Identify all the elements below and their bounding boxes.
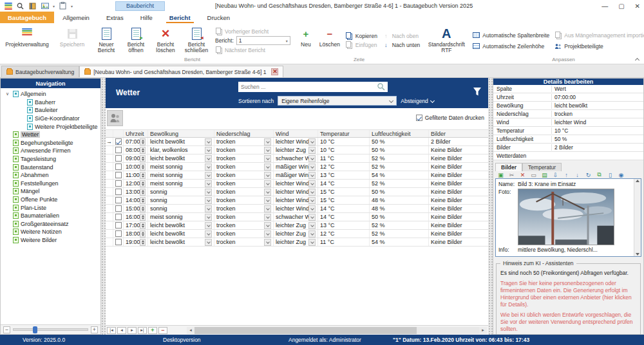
bericht-nummer-combo[interactable]: 1▾ — [236, 36, 290, 45]
dropdown-button[interactable] — [205, 155, 212, 162]
spin-up-icon[interactable] — [142, 207, 144, 209]
dropdown-button[interactable] — [205, 214, 212, 221]
dropdown-button[interactable] — [308, 239, 316, 246]
spin-down-icon[interactable] — [142, 234, 144, 236]
dropdown-button[interactable] — [308, 163, 316, 171]
table-row[interactable]: 15:00sonnigtrockenleichter Wind14 °C48 %… — [106, 205, 488, 213]
nav-item-anwesende-firmen[interactable]: Anwesende Firmen — [1, 147, 100, 155]
kopieren-button[interactable]: Kopieren — [346, 33, 377, 40]
dropdown-button[interactable] — [264, 147, 271, 154]
dropdown-button[interactable] — [205, 189, 212, 196]
table-row[interactable]: 09:00leicht bewölkttrockenschwacher Wi..… — [106, 154, 488, 163]
app-menu-button[interactable]: Bautagebuch — [0, 12, 54, 23]
wind-cell[interactable]: leichter Wind — [274, 205, 318, 212]
splitter-left[interactable] — [101, 78, 106, 335]
temperatur-cell[interactable]: 14 °C — [318, 213, 370, 221]
temperatur-cell[interactable]: 13 °C — [318, 221, 370, 229]
tab-drucken[interactable]: Drucken — [199, 12, 238, 23]
time-spinner[interactable] — [140, 239, 146, 246]
spin-up-icon[interactable] — [142, 140, 144, 142]
tab-hilfe[interactable]: Hilfe — [132, 12, 161, 23]
projektbeteiligte-button[interactable]: Projektbeteiligte — [554, 42, 644, 50]
bilder-cell[interactable]: Keine Bilder — [429, 188, 488, 196]
ki-warning-text[interactable]: Tragen Sie hier keine personenbezogenen … — [500, 280, 636, 308]
row-checkbox[interactable] — [113, 138, 124, 145]
spin-down-icon[interactable] — [142, 218, 144, 219]
nav-item-allgemein[interactable]: ∨Allgemein — [1, 90, 100, 98]
spin-up-icon[interactable] — [142, 223, 144, 225]
time-cell[interactable]: 13:00 — [124, 188, 148, 196]
time-spinner[interactable] — [140, 172, 146, 179]
new-page-icon[interactable]: ▯ — [607, 172, 614, 178]
row-checkbox[interactable] — [113, 180, 124, 187]
niederschlag-cell[interactable]: trocken — [214, 238, 274, 246]
bilder-cell[interactable]: Keine Bilder — [429, 171, 488, 179]
temperatur-cell[interactable]: 15 °C — [318, 196, 370, 204]
spin-up-icon[interactable] — [142, 198, 144, 200]
time-cell[interactable]: 19:00 — [124, 238, 148, 246]
dropdown-button[interactable] — [264, 197, 271, 204]
details-field-value[interactable]: 07:00:00 — [551, 94, 643, 100]
nav-item-plan-liste[interactable]: Plan-Liste — [1, 203, 100, 212]
luftfeuchtigkeit-cell[interactable]: 48 % — [370, 196, 429, 204]
bilder-cell[interactable]: Keine Bilder — [429, 196, 488, 204]
dropdown-button[interactable] — [264, 230, 271, 238]
temperatur-cell[interactable]: 14 °C — [318, 205, 370, 212]
zoom-slider-thumb[interactable] — [33, 326, 37, 333]
bilder-cell[interactable]: Keine Bilder — [429, 163, 488, 171]
bilder-cell[interactable]: Keine Bilder — [429, 238, 488, 246]
bewoelkung-cell[interactable]: leicht bewölkt — [148, 154, 214, 162]
bewoelkung-cell[interactable]: meist sonnig — [148, 163, 214, 171]
time-cell[interactable]: 08:00 — [124, 146, 148, 154]
niederschlag-cell[interactable]: trocken — [214, 180, 274, 187]
bewoelkung-cell[interactable]: meist sonnig — [148, 171, 214, 179]
luftfeuchtigkeit-cell[interactable]: 54 % — [370, 238, 429, 246]
aus-maengelmanagement-button[interactable]: Aus Mängelmanagement importieren — [554, 32, 644, 39]
time-spinner[interactable] — [140, 230, 146, 238]
dropdown-button[interactable] — [264, 155, 271, 162]
niederschlag-cell[interactable]: trocken — [214, 154, 274, 162]
project-list-icon[interactable] — [4, 2, 12, 10]
last-record-button[interactable]: ▸| — [138, 327, 147, 334]
dropdown-button[interactable] — [205, 163, 212, 171]
time-cell[interactable]: 12:00 — [124, 180, 148, 187]
wind-cell[interactable]: leichter Zug — [274, 238, 318, 246]
table-row[interactable]: 10:00meist sonnigtrockenmäßiger Wind12 °… — [106, 163, 488, 171]
spin-up-icon[interactable] — [142, 182, 144, 183]
doc-tab-project[interactable]: [Neubau Wohn- und Geschäftshaus Dresden,… — [79, 66, 283, 77]
bilder-cell[interactable]: Keine Bilder — [429, 154, 488, 162]
luftfeuchtigkeit-cell[interactable]: 50 % — [370, 213, 429, 221]
wind-cell[interactable]: leichter Wind — [274, 180, 318, 187]
bericht-loeschen-button[interactable]: ✕ Bericht löschen — [151, 24, 180, 57]
bilder-cell[interactable]: 2 Bilder — [429, 138, 488, 145]
dropdown-button[interactable] — [308, 205, 316, 212]
nav-item-tagesleistung[interactable]: Tagesleistung — [1, 155, 100, 163]
details-row[interactable]: Wetterdaten — [493, 152, 643, 160]
export-image-icon[interactable]: ▤ — [541, 172, 548, 178]
bewoelkung-cell[interactable]: meist sonnig — [148, 213, 214, 221]
standardschrift-button[interactable]: A Standardschrift RTF — [425, 24, 468, 57]
dropdown-button[interactable] — [264, 172, 271, 179]
scroll-right-icon[interactable]: ▸ — [479, 327, 487, 334]
spin-down-icon[interactable] — [142, 192, 144, 194]
spin-up-icon[interactable] — [142, 173, 144, 175]
bewoelkung-cell[interactable]: leicht bewölkt — [148, 230, 214, 238]
niederschlag-cell[interactable]: trocken — [214, 213, 274, 221]
wind-cell[interactable]: schwacher Wi... — [274, 154, 318, 162]
time-cell[interactable]: 15:00 — [124, 205, 148, 212]
column-header-luftfeuchtigkeit[interactable]: Luftfeuchtigkeit — [370, 130, 429, 137]
zeile-loeschen-button[interactable]: − Löschen — [316, 24, 343, 57]
time-spinner[interactable] — [140, 214, 146, 221]
niederschlag-cell[interactable]: trocken — [214, 196, 274, 204]
nav-item-bauherr[interactable]: Bauherr — [1, 98, 100, 107]
luftfeuchtigkeit-cell[interactable]: 48 % — [370, 205, 429, 212]
nav-item-wetter[interactable]: Wetter — [1, 131, 100, 139]
luftfeuchtigkeit-cell[interactable]: 50 % — [370, 188, 429, 196]
row-checkbox[interactable] — [113, 238, 124, 246]
nav-item-bautenstand[interactable]: Bautenstand — [1, 163, 100, 171]
wind-cell[interactable]: leichter Wind — [274, 188, 318, 196]
scrollbar-thumb[interactable] — [194, 327, 417, 334]
details-field-value[interactable]: trocken — [551, 111, 643, 117]
auto-zeilenhoehe-button[interactable]: Automatische Zeilenhöhe — [473, 42, 549, 50]
time-cell[interactable]: 14:00 — [124, 196, 148, 204]
